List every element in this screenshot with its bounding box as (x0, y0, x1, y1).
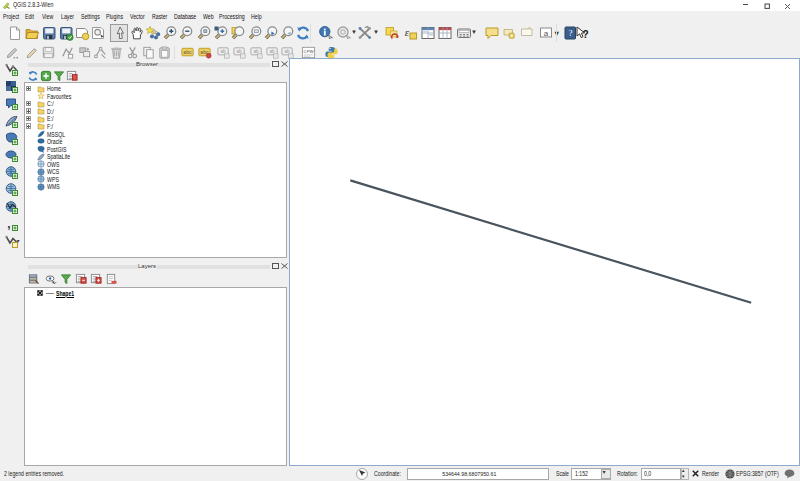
svg-text:ab: ab (220, 49, 226, 54)
svg-text:ab: ab (284, 49, 290, 54)
svg-text:ab: ab (269, 49, 275, 54)
svg-text:?: ? (582, 29, 588, 40)
svg-text:ε: ε (405, 26, 410, 38)
svg-text:,: , (7, 217, 10, 231)
svg-text:ab: ab (253, 49, 259, 54)
svg-text:ab: ab (236, 49, 242, 54)
svg-text:CPW: CPW (304, 49, 314, 54)
svg-text:a: a (544, 29, 549, 38)
svg-text:abc: abc (183, 49, 192, 55)
svg-text:?: ? (569, 28, 573, 38)
